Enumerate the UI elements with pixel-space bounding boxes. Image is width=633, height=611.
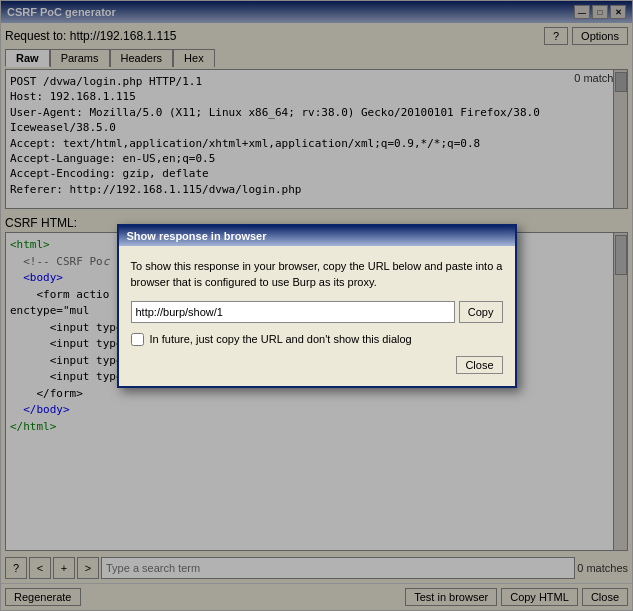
checkbox-row: In future, just copy the URL and don't s…: [131, 333, 503, 346]
modal-title-text: Show response in browser: [127, 230, 267, 242]
modal-buttons: Close: [131, 356, 503, 374]
future-checkbox[interactable]: [131, 333, 144, 346]
modal-close-button[interactable]: Close: [456, 356, 502, 374]
url-input[interactable]: [131, 301, 455, 323]
modal-overlay: Show response in browser To show this re…: [1, 1, 632, 610]
copy-url-button[interactable]: Copy: [459, 301, 503, 323]
modal-dialog: Show response in browser To show this re…: [117, 224, 517, 388]
url-row: Copy: [131, 301, 503, 323]
checkbox-label: In future, just copy the URL and don't s…: [150, 333, 412, 345]
modal-description: To show this response in your browser, c…: [131, 258, 503, 291]
modal-body: To show this response in your browser, c…: [119, 246, 515, 386]
modal-title-bar: Show response in browser: [119, 226, 515, 246]
